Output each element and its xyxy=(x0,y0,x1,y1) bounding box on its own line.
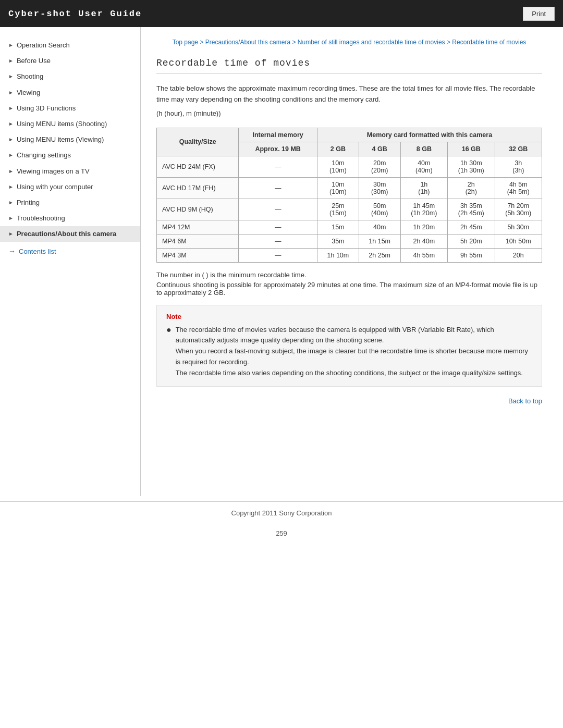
table-cell-2-1: — xyxy=(239,199,317,220)
sidebar: ►Operation Search►Before Use►Shooting►Vi… xyxy=(0,27,141,496)
sidebar-label-8: Viewing images on a TV xyxy=(17,167,90,176)
sidebar-item-9[interactable]: ►Using with your computer xyxy=(0,179,140,195)
table-cell-1-1: — xyxy=(239,177,317,199)
sidebar-item-8[interactable]: ►Viewing images on a TV xyxy=(0,164,140,179)
col-2gb: 2 GB xyxy=(317,142,359,156)
note-text: The recordable time of movies varies bec… xyxy=(176,325,532,379)
col-32gb: 32 GB xyxy=(495,142,542,156)
header: Cyber-shot User Guide Print xyxy=(0,0,563,27)
table-cell-1-2: 10m (10m) xyxy=(317,177,359,199)
table-cell-4-0: MP4 6M xyxy=(157,234,239,248)
sidebar-item-4[interactable]: ►Using 3D Functions xyxy=(0,101,140,116)
main-layout: ►Operation Search►Before Use►Shooting►Vi… xyxy=(0,27,563,496)
table-cell-0-5: 1h 30m (1h 30m) xyxy=(448,156,495,177)
back-to-top-link[interactable]: Back to top xyxy=(508,397,542,405)
table-cell-4-4: 2h 40m xyxy=(400,234,447,248)
page-number: 259 xyxy=(0,529,563,545)
sidebar-item-1[interactable]: ►Before Use xyxy=(0,53,140,69)
arrow-right-icon: → xyxy=(8,247,16,255)
table-cell-1-3: 30m (30m) xyxy=(359,177,400,199)
sidebar-item-10[interactable]: ►Printing xyxy=(0,195,140,211)
breadcrumb-number-images[interactable]: Number of still images and recordable ti… xyxy=(298,39,445,46)
table-cell-4-3: 1h 15m xyxy=(359,234,400,248)
main-content: Top page > Precautions/About this camera… xyxy=(141,27,563,496)
table-cell-0-4: 40m (40m) xyxy=(400,156,447,177)
table-cell-5-4: 4h 55m xyxy=(400,248,447,262)
note-box: Note ● The recordable time of movies var… xyxy=(156,305,542,387)
table-row: AVC HD 9M (HQ)—25m (15m)50m (40m)1h 45m … xyxy=(157,199,542,220)
sidebar-arrow-5: ► xyxy=(8,120,14,128)
sidebar-arrow-12: ► xyxy=(8,230,14,238)
contents-list-label: Contents list xyxy=(19,248,56,255)
sidebar-item-7[interactable]: ►Changing settings xyxy=(0,147,140,163)
table-cell-5-5: 9h 55m xyxy=(448,248,495,262)
table-row: MP4 6M—35m1h 15m2h 40m5h 20m10h 50m xyxy=(157,234,542,248)
app-title: Cyber-shot User Guide xyxy=(8,9,142,19)
table-cell-1-0: AVC HD 17M (FH) xyxy=(157,177,239,199)
table-row: MP4 12M—15m40m1h 20m2h 45m5h 30m xyxy=(157,220,542,234)
print-button[interactable]: Print xyxy=(523,7,555,21)
table-cell-5-6: 20h xyxy=(495,248,542,262)
breadcrumb: Top page > Precautions/About this camera… xyxy=(156,38,542,47)
sidebar-label-0: Operation Search xyxy=(17,41,70,50)
table-cell-5-1: — xyxy=(239,248,317,262)
sidebar-item-5[interactable]: ►Using MENU items (Shooting) xyxy=(0,116,140,132)
col-4gb: 4 GB xyxy=(359,142,400,156)
table-row: AVC HD 17M (FH)—10m (10m)30m (30m)1h (1h… xyxy=(157,177,542,199)
table-cell-2-3: 50m (40m) xyxy=(359,199,400,220)
table-cell-2-4: 1h 45m (1h 20m) xyxy=(400,199,447,220)
sidebar-arrow-1: ► xyxy=(8,57,14,65)
back-to-top-container: Back to top xyxy=(156,397,542,405)
sidebar-arrow-2: ► xyxy=(8,73,14,80)
table-cell-3-3: 40m xyxy=(359,220,400,234)
after-table-1: The number in ( ) is the minimum recorda… xyxy=(156,271,542,279)
table-cell-5-0: MP4 3M xyxy=(157,248,239,262)
col-memory-card: Memory card formatted with this camera xyxy=(317,128,542,142)
sidebar-item-2[interactable]: ►Shooting xyxy=(0,69,140,84)
sidebar-arrow-10: ► xyxy=(8,199,14,206)
sidebar-arrow-8: ► xyxy=(8,168,14,175)
note-title: Note xyxy=(166,313,532,320)
sidebar-item-6[interactable]: ►Using MENU items (Viewing) xyxy=(0,132,140,147)
col-16gb: 16 GB xyxy=(448,142,495,156)
breadcrumb-current[interactable]: Recordable time of movies xyxy=(452,39,526,46)
table-cell-2-6: 7h 20m (5h 30m) xyxy=(495,199,542,220)
sidebar-arrow-0: ► xyxy=(8,42,14,49)
table-cell-5-3: 2h 25m xyxy=(359,248,400,262)
intro-text: The table below shows the approximate ma… xyxy=(156,83,542,105)
breadcrumb-top-page[interactable]: Top page xyxy=(173,39,198,46)
table-cell-0-1: — xyxy=(239,156,317,177)
contents-list-link[interactable]: → Contents list xyxy=(0,242,140,258)
col-approx-19mb: Approx. 19 MB xyxy=(239,142,317,156)
page-title: Recordable time of movies xyxy=(156,58,542,74)
sidebar-arrow-9: ► xyxy=(8,183,14,191)
sidebar-item-11[interactable]: ►Troubleshooting xyxy=(0,211,140,226)
sidebar-item-12[interactable]: ►Precautions/About this camera xyxy=(0,226,140,242)
copyright: Copyright 2011 Sony Corporation xyxy=(231,509,332,517)
table-cell-1-4: 1h (1h) xyxy=(400,177,447,199)
table-cell-0-6: 3h (3h) xyxy=(495,156,542,177)
sidebar-label-10: Printing xyxy=(17,198,40,207)
table-cell-2-2: 25m (15m) xyxy=(317,199,359,220)
unit-note: (h (hour), m (minute)) xyxy=(156,108,542,119)
sidebar-label-2: Shooting xyxy=(17,72,43,81)
sidebar-item-3[interactable]: ►Viewing xyxy=(0,85,140,101)
table-cell-0-0: AVC HD 24M (FX) xyxy=(157,156,239,177)
table-cell-4-6: 10h 50m xyxy=(495,234,542,248)
breadcrumb-precautions[interactable]: Precautions/About this camera xyxy=(205,39,290,46)
sidebar-arrow-4: ► xyxy=(8,105,14,112)
table-cell-1-6: 4h 5m (4h 5m) xyxy=(495,177,542,199)
sidebar-item-0[interactable]: ►Operation Search xyxy=(0,38,140,53)
sidebar-arrow-11: ► xyxy=(8,215,14,222)
table-cell-4-5: 5h 20m xyxy=(448,234,495,248)
sidebar-label-7: Changing settings xyxy=(17,151,71,160)
table-cell-2-0: AVC HD 9M (HQ) xyxy=(157,199,239,220)
table-cell-5-2: 1h 10m xyxy=(317,248,359,262)
sidebar-label-6: Using MENU items (Viewing) xyxy=(17,135,104,144)
col-internal-memory: Internal memory xyxy=(239,128,317,142)
sidebar-label-3: Viewing xyxy=(17,88,40,97)
table-cell-0-3: 20m (20m) xyxy=(359,156,400,177)
sidebar-label-11: Troubleshooting xyxy=(17,214,65,223)
sidebar-label-12: Precautions/About this camera xyxy=(17,229,116,239)
table-cell-3-1: — xyxy=(239,220,317,234)
